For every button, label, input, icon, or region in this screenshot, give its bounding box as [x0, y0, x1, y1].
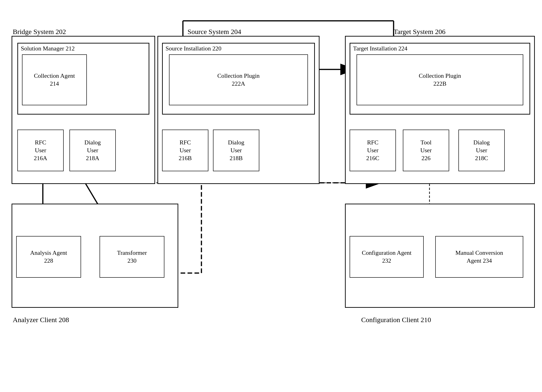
configuration-agent-232: Configuration Agent 232 [350, 236, 424, 278]
dialog-user-218b: Dialog User 218B [213, 129, 259, 171]
configuration-client-label: Configuration Client 210 [361, 316, 431, 324]
rfc-user-216c: RFC User 216C [350, 129, 396, 171]
target-installation-label: Target Installation 224 [353, 45, 407, 52]
dialog-user-218a: Dialog User 218A [70, 129, 116, 171]
collection-plugin-222b: Collection Plugin 222B [357, 54, 523, 105]
collection-agent-214: Collection Agent 214 [22, 54, 87, 105]
source-system-label: Source System 204 [188, 28, 241, 36]
transformer-230: Transformer 230 [100, 236, 164, 278]
manual-conversion-agent-234: Manual Conversion Agent 234 [435, 236, 523, 278]
analyzer-client-label: Analyzer Client 208 [13, 316, 69, 324]
diagram: Bridge System 202 Solution Manager 212 C… [0, 0, 542, 392]
tool-user-226: Tool User 226 [403, 129, 449, 171]
rfc-user-216b: RFC User 216B [162, 129, 208, 171]
rfc-user-216a: RFC User 216A [17, 129, 64, 171]
target-system-label: Target System 206 [394, 28, 445, 36]
collection-plugin-222a: Collection Plugin 222A [169, 54, 308, 105]
source-installation-label: Source Installation 220 [166, 45, 221, 52]
analysis-agent-228: Analysis Agent 228 [16, 236, 81, 278]
bridge-system-label: Bridge System 202 [13, 28, 66, 36]
dialog-user-218c: Dialog User 218C [458, 129, 505, 171]
solution-manager-label: Solution Manager 212 [21, 45, 75, 52]
